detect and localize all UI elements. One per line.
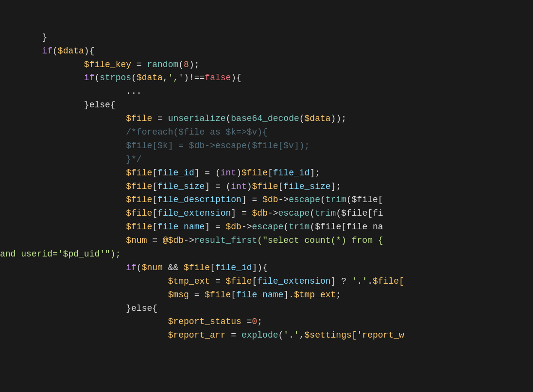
code-token: [ [152, 168, 157, 178]
code-token: ; [336, 290, 341, 300]
code-token [0, 330, 168, 340]
code-token: { [373, 236, 383, 245]
code-token: file_extension [257, 276, 330, 286]
code-token: ]; [331, 182, 342, 191]
code-line: $msg = $file[file_name].$tmp_ext; [0, 289, 533, 302]
code-token: ( [94, 73, 100, 83]
code-token: /*foreach($file as $k=>$v){ [126, 127, 268, 137]
code-token: $report_arr [168, 330, 226, 340]
code-token: $file [126, 208, 152, 218]
code-token: ] = [231, 208, 252, 218]
code-line: $file[file_size] = (int)$file[file_size]… [0, 180, 533, 194]
code-token [0, 276, 168, 286]
code-token: $file [252, 182, 278, 191]
code-line: }*/ [0, 153, 533, 167]
code-token: if [84, 73, 95, 83]
code-line: $file[file_description] = $db->escape(tr… [0, 193, 533, 207]
code-line: $file[file_name] = $db->escape(trim($fil… [0, 221, 533, 234]
code-token: $file_key [84, 60, 131, 69]
code-token: $file [126, 182, 152, 191]
code-token: '.' [283, 330, 299, 340]
code-token: ] = [205, 222, 225, 232]
code-token: $db [262, 195, 278, 205]
code-token: random [147, 60, 178, 69]
code-token: $file [225, 276, 252, 286]
code-line: ... [0, 85, 533, 99]
code-token [0, 154, 126, 164]
code-token: $file [126, 195, 152, 205]
code-token: $file [126, 168, 152, 178]
code-token: )); [331, 114, 346, 123]
code-token: ]){ [252, 263, 268, 273]
code-token: } [0, 33, 47, 42]
code-token [0, 100, 84, 110]
code-token: file_name [157, 222, 205, 232]
code-token: false [205, 73, 231, 83]
code-token: ($file[file_na [309, 222, 383, 232]
code-editor: } if($data){ $file_key = random(8); if(s… [0, 0, 533, 392]
code-token [0, 182, 126, 191]
code-token: file_id [157, 168, 194, 178]
code-token: , [299, 330, 305, 340]
code-token [0, 195, 126, 205]
code-token: trim [326, 195, 346, 205]
code-token: = [189, 290, 205, 300]
code-token: ($file[fi [336, 208, 383, 218]
code-token: ){ [231, 73, 241, 83]
code-token: 8 [184, 60, 189, 69]
code-token: = [225, 330, 241, 340]
code-token: ] = [241, 195, 262, 205]
code-token [0, 263, 126, 273]
code-token [0, 168, 126, 178]
code-line: }else{ [0, 302, 533, 316]
code-token [0, 222, 126, 232]
code-token: strpos [100, 73, 131, 83]
code-line: $report_status =0; [0, 315, 533, 329]
code-token: escape [278, 208, 310, 218]
code-token [0, 290, 168, 300]
code-token: = [131, 60, 147, 69]
code-token: ){ [84, 46, 95, 56]
code-token: [ [231, 290, 236, 300]
code-token: )!== [184, 73, 205, 83]
code-token [0, 208, 126, 218]
code-token: int [231, 182, 246, 191]
code-token: ( [131, 73, 137, 83]
code-token [0, 141, 126, 151]
code-token: [ [152, 222, 157, 232]
code-token: ',' [168, 73, 184, 83]
code-token: $data [58, 46, 84, 56]
code-token: ]; [309, 168, 320, 178]
code-token: ( [299, 114, 305, 123]
code-token: ... [0, 86, 142, 96]
code-content: } if($data){ $file_key = random(8); if(s… [0, 0, 533, 346]
code-token: $file[ [373, 276, 404, 286]
code-token: && [163, 263, 184, 273]
code-token: from [352, 236, 373, 245]
code-token: -> [184, 236, 194, 245]
code-token: [ [210, 263, 215, 273]
code-token: $num [142, 263, 163, 273]
code-token: $file [184, 263, 210, 273]
code-token: $data [305, 114, 331, 123]
code-token: int [221, 168, 236, 178]
code-token: -> [268, 208, 278, 218]
code-token: [ [152, 208, 157, 218]
code-token: = [241, 317, 252, 326]
code-token: trim [315, 208, 336, 218]
code-token: and userid='$pd_uid'"); [0, 249, 120, 259]
code-token: $db [252, 208, 268, 218]
code-line: and userid='$pd_uid'"); [0, 248, 533, 261]
code-token: ( [137, 263, 142, 273]
code-line: $file[file_extension] = $db->escape(trim… [0, 207, 533, 221]
code-token: $tmp_ext [168, 276, 210, 286]
code-token: $file[$k] = $db->escape($file[$v]); [126, 141, 309, 151]
code-token: }*/ [126, 154, 141, 164]
code-line: /*foreach($file as $k=>$v){ [0, 126, 533, 139]
code-token: ] = ( [194, 168, 221, 178]
code-token [0, 73, 84, 83]
code-token: escape [289, 195, 320, 205]
code-line: $num = @$db->result_first("select count(… [0, 234, 533, 248]
code-line: if($data){ [0, 45, 533, 58]
code-token: $file [205, 290, 231, 300]
